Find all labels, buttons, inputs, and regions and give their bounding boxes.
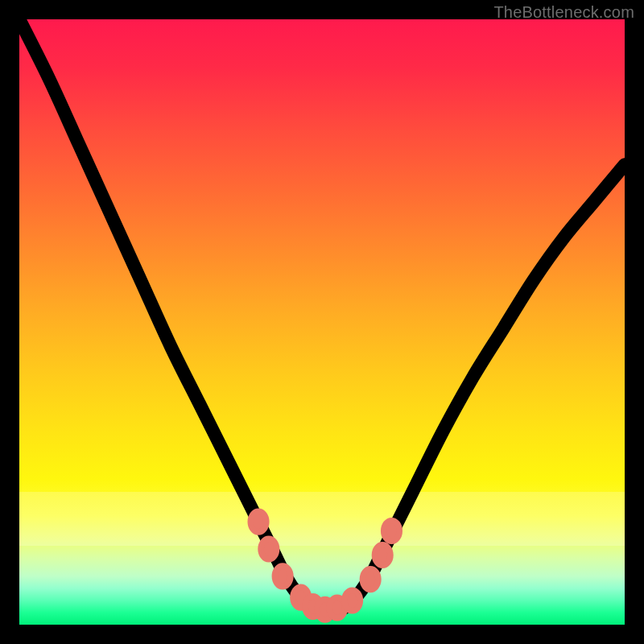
plot-area [19, 19, 625, 625]
curve-marker [362, 569, 378, 590]
watermark-text: TheBottleneck.com [493, 3, 634, 22]
curve-marker [250, 511, 266, 532]
curve-marker [261, 539, 277, 559]
curve-marker [374, 545, 390, 566]
curve-marker [384, 521, 400, 542]
curve-marker [275, 566, 291, 587]
marker-layer [19, 19, 625, 625]
chart-frame: TheBottleneck.com [0, 0, 644, 644]
curve-marker [345, 590, 361, 611]
